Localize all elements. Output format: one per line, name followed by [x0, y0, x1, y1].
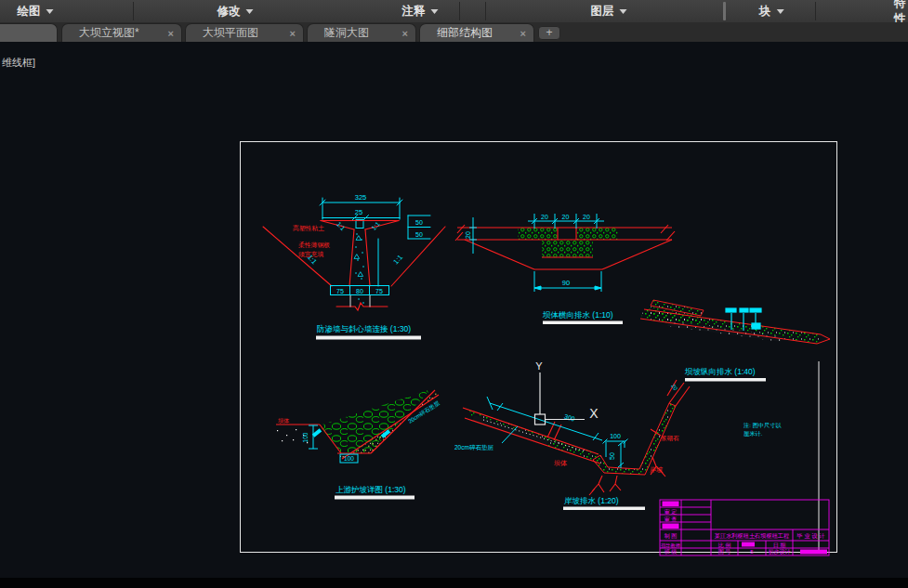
- note-line-2: 厘米计.: [744, 430, 763, 437]
- dim-50-upper: 50: [415, 219, 423, 226]
- label-board-1: 柔性薄钢板: [298, 241, 330, 248]
- dim-20-vertical: 20: [465, 231, 471, 239]
- detail-title: 坝坡纵向排水 (1:40): [684, 367, 756, 376]
- tb-review: 审 查: [665, 516, 678, 522]
- note-line-1: 注: 图中尺寸以: [744, 422, 782, 429]
- label-board-2: 须宜充填: [298, 251, 323, 258]
- dim-50-lower: 50: [415, 231, 423, 238]
- cad-application-window: 绘图 修改 注释 图层 块 特性 大坝立视图* × 大坝平面图 × 隧洞大图 ×…: [0, 0, 908, 588]
- ucs-y-label: Y: [535, 360, 543, 372]
- dim-100-vertical: 100: [302, 432, 309, 442]
- dim-20: 20: [541, 214, 548, 220]
- ucs-x-label: X: [589, 406, 599, 421]
- title-block-filled-cell: [800, 550, 827, 555]
- dim-75-right: 75: [375, 288, 383, 294]
- dim-300: 300: [563, 412, 575, 422]
- title-underline: [685, 378, 766, 382]
- dim-50: 50: [609, 452, 615, 460]
- label-bank-slope: 岸坡: [650, 466, 663, 473]
- dim-90: 90: [562, 279, 570, 287]
- dim-20: 20: [562, 214, 570, 220]
- title-block-filled-cell: [742, 542, 755, 547]
- dim-80: 80: [356, 288, 363, 294]
- slope-ratio: 1:1: [370, 220, 381, 231]
- tb-class: 班 级: [665, 549, 678, 555]
- model-space-canvas[interactable]: 325 25 50 50: [0, 0, 908, 588]
- sheet-border: [241, 142, 837, 553]
- dim-325: 325: [355, 193, 367, 202]
- label-dam-body: 坝体: [553, 460, 567, 467]
- tb-project-name: 某江水利枢纽土石坝枢纽工程: [715, 532, 789, 540]
- tb-design-type: 毕 业 设 计: [796, 532, 826, 539]
- dim-100-horizontal: 100: [344, 455, 354, 462]
- detail-transverse-drain: 20 20 20 20 90 坝体横向排水 (1:10): [455, 214, 675, 324]
- title-block-filled-cell: [663, 502, 679, 507]
- detail-upstream-slope: 100 100 20cm碎石垫层 坝体 上游护坡详图 (1:30): [276, 389, 441, 500]
- detail-title: 防渗墙与斜心墙连接 (1:30): [317, 324, 411, 333]
- slope-ratio: 1:1: [336, 220, 347, 231]
- detail-title: 坝体横向排水 (1:10): [542, 310, 613, 320]
- tb-scale-label: 比 例: [718, 542, 731, 549]
- title-underline: [335, 496, 415, 500]
- label-masonry: 浆砌石: [661, 435, 679, 442]
- tb-approve: 审 定: [665, 508, 678, 516]
- title-underline: [543, 321, 623, 325]
- title-underline: [563, 507, 645, 511]
- detail-cutoff-wall-connection: 325 25 50 50: [263, 193, 445, 340]
- detail-title: 岸坡排水 (1:20): [564, 496, 619, 505]
- dim-20: 20: [670, 383, 678, 391]
- slope-ratio: 1:1: [391, 253, 404, 266]
- dim-20: 20: [583, 214, 590, 220]
- status-strip: [0, 578, 908, 588]
- label-dam-body: 坝体: [277, 418, 289, 424]
- dim-100: 100: [610, 433, 621, 439]
- dim-75-left: 75: [336, 288, 344, 294]
- label-clay: 高塑性粘土: [293, 225, 324, 232]
- title-block-filled-cell: [663, 524, 679, 529]
- tb-date-label: 日 期: [773, 542, 786, 549]
- detail-bank-drain: 300 100 50 20 20cm碎石垫层 坝体 浆砌石 岸坡 岸坡排水 (1…: [454, 380, 690, 510]
- title-block: 审 定 审 查 制 图 指导教师 班 级 某江水利枢纽土石坝枢纽工程 毕 业 设…: [660, 500, 829, 555]
- title-underline: [316, 336, 421, 340]
- tb-no-label: 图 号: [718, 549, 731, 555]
- label-bedding: 20cm碎石垫层: [454, 444, 493, 451]
- tb-advisor: 指导教师: [661, 542, 680, 549]
- tb-draft: 制 图: [665, 533, 678, 540]
- dim-25: 25: [355, 208, 362, 216]
- detail-title: 上游护坡详图 (1:30): [336, 485, 406, 494]
- tb-stage-label: 初步设计: [769, 548, 791, 555]
